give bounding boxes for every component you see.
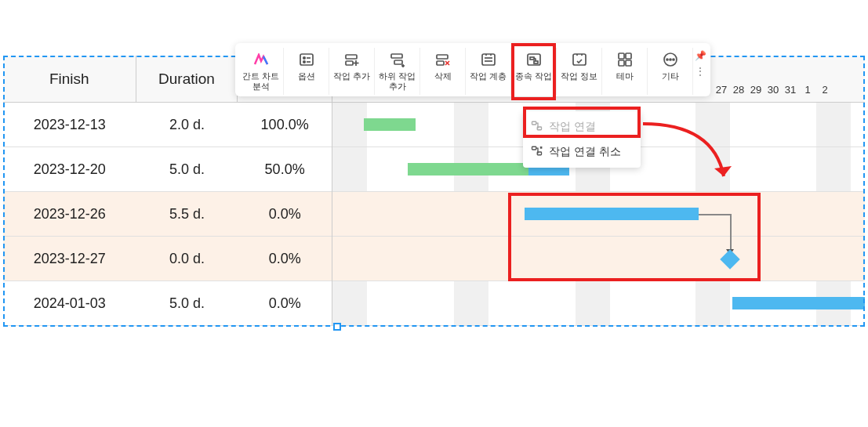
cell-finish: 2023-12-13 bbox=[3, 117, 136, 133]
toolbar-pin[interactable]: 📌 ⋮ bbox=[693, 48, 707, 95]
table-row[interactable]: 2023-12-132.0 d.100.0% bbox=[3, 103, 332, 147]
unlink-tasks-item[interactable]: 작업 연결 취소 bbox=[523, 139, 641, 165]
options-icon bbox=[299, 49, 314, 70]
task-info-button[interactable]: 작업 정보 bbox=[557, 48, 602, 95]
svg-point-36 bbox=[670, 59, 671, 60]
more-icon bbox=[663, 49, 678, 70]
task-hierarchy-button[interactable]: 작업 계층 bbox=[466, 48, 511, 95]
timeline-day: 29 bbox=[747, 84, 764, 96]
cell-pct: 0.0% bbox=[238, 295, 332, 312]
theme-icon bbox=[617, 49, 633, 70]
gantt-analysis-button[interactable]: 간트 차트 분석 bbox=[238, 48, 284, 95]
table-row[interactable]: 2023-12-265.5 d.0.0% bbox=[3, 192, 332, 237]
svg-rect-31 bbox=[626, 53, 631, 59]
cell-duration: 0.0 d. bbox=[136, 251, 238, 267]
dependent-task-button[interactable]: 종속 작업 bbox=[511, 48, 557, 95]
svg-point-35 bbox=[666, 59, 668, 60]
delete-task-icon bbox=[435, 49, 451, 70]
timeline-day: 1 bbox=[799, 84, 816, 96]
svg-rect-38 bbox=[532, 121, 536, 125]
svg-rect-0 bbox=[300, 54, 313, 65]
gantt-bar-task1-complete[interactable] bbox=[364, 118, 416, 131]
timeline-day: 28 bbox=[730, 84, 747, 96]
svg-rect-5 bbox=[346, 55, 357, 59]
options-button[interactable]: 옵션 bbox=[284, 48, 329, 95]
svg-rect-32 bbox=[619, 60, 624, 66]
gantt-row bbox=[332, 237, 865, 281]
more-button[interactable]: 기타 bbox=[648, 48, 693, 95]
hierarchy-icon bbox=[481, 49, 496, 70]
timeline-day: 31 bbox=[782, 84, 799, 96]
unlink-icon bbox=[531, 145, 543, 159]
table-row[interactable]: 2023-12-270.0 d.0.0% bbox=[3, 237, 332, 281]
svg-rect-17 bbox=[482, 54, 495, 65]
cell-duration: 5.0 d. bbox=[136, 161, 238, 178]
cell-pct: 0.0% bbox=[238, 251, 332, 267]
header-duration: Duration bbox=[136, 56, 238, 102]
cell-duration: 5.5 d. bbox=[136, 206, 238, 223]
svg-rect-13 bbox=[437, 55, 448, 59]
link-icon bbox=[531, 120, 543, 134]
svg-point-1 bbox=[303, 57, 304, 59]
cell-pct: 0.0% bbox=[238, 206, 332, 223]
add-subtask-button[interactable]: 하위 작업 추가 bbox=[375, 48, 420, 95]
cell-finish: 2024-01-03 bbox=[3, 295, 136, 312]
svg-point-3 bbox=[303, 61, 304, 63]
cell-finish: 2023-12-20 bbox=[3, 161, 136, 178]
gantt-bar-task3[interactable] bbox=[525, 208, 699, 220]
pin-icon: 📌 bbox=[695, 50, 706, 61]
logo-icon bbox=[253, 49, 269, 70]
add-subtask-icon bbox=[390, 49, 405, 70]
svg-rect-9 bbox=[391, 54, 402, 58]
svg-rect-30 bbox=[619, 53, 624, 59]
dependent-task-dropdown: 작업 연결 작업 연결 취소 bbox=[523, 111, 641, 168]
svg-rect-27 bbox=[573, 54, 586, 65]
context-toolbar: 간트 차트 분석 옵션 작업 추가 하위 작업 추가 삭제 작업 계층 종속 bbox=[235, 43, 710, 96]
gantt-row bbox=[332, 281, 865, 326]
delete-button[interactable]: 삭제 bbox=[420, 48, 466, 95]
cell-duration: 5.0 d. bbox=[136, 295, 238, 312]
milestone-task4[interactable] bbox=[720, 249, 739, 269]
timeline-day: 27 bbox=[713, 84, 730, 96]
header-finish: Finish bbox=[3, 56, 136, 102]
table-row[interactable]: 2024-01-035.0 d.0.0% bbox=[3, 281, 332, 326]
svg-rect-33 bbox=[626, 60, 631, 66]
svg-rect-6 bbox=[346, 61, 353, 65]
theme-button[interactable]: 테마 bbox=[602, 48, 648, 95]
dependent-task-icon bbox=[526, 49, 542, 70]
svg-point-37 bbox=[673, 59, 674, 60]
add-task-icon bbox=[344, 49, 360, 70]
cell-finish: 2023-12-27 bbox=[3, 251, 136, 267]
gantt-row bbox=[332, 192, 865, 237]
cell-pct: 50.0% bbox=[238, 161, 332, 178]
link-tasks-item[interactable]: 작업 연결 bbox=[523, 114, 641, 139]
timeline-day: 2 bbox=[816, 84, 833, 96]
cell-duration: 2.0 d. bbox=[136, 117, 238, 133]
add-task-button[interactable]: 작업 추가 bbox=[329, 48, 375, 95]
gantt-bar-task2-complete[interactable] bbox=[408, 163, 528, 176]
svg-rect-10 bbox=[394, 60, 402, 64]
gantt-bar-task5[interactable] bbox=[732, 297, 865, 309]
selection-handle-bottom[interactable] bbox=[333, 323, 341, 331]
vertical-dots-icon: ⋮ bbox=[695, 66, 705, 77]
svg-rect-24 bbox=[534, 61, 538, 63]
svg-rect-40 bbox=[532, 147, 536, 150]
cell-finish: 2023-12-26 bbox=[3, 206, 136, 223]
cell-pct: 100.0% bbox=[238, 117, 332, 133]
svg-rect-14 bbox=[437, 61, 444, 65]
task-info-icon bbox=[572, 49, 587, 70]
timeline-day: 30 bbox=[764, 84, 782, 96]
svg-rect-23 bbox=[530, 57, 534, 60]
table-row[interactable]: 2023-12-205.0 d.50.0% bbox=[3, 147, 332, 192]
